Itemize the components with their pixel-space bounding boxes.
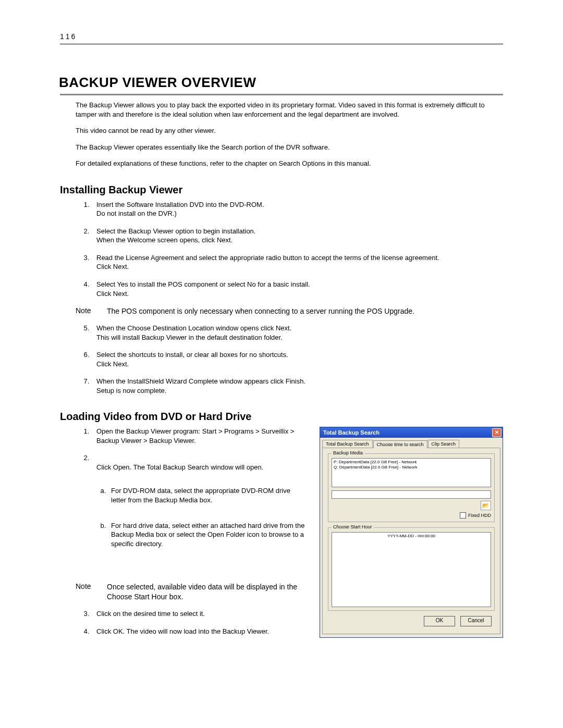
list-item: For DVD-ROM data, select the appropriate… [108, 486, 307, 504]
dialog-tabpane: Backup Media P: DepartmentData [22.0 GB … [322, 448, 500, 634]
header-rule [60, 44, 503, 44]
list-item: Select the shortcuts to install, or clea… [91, 350, 503, 368]
group-start-hour: Choose Start Hour YYYY-MM-DD - HH:00:00 [328, 527, 495, 611]
fixed-hdd-label: Fixed HDD [468, 513, 491, 518]
page-title: BACKUP VIEWER OVERVIEW [59, 75, 503, 91]
install-steps-list: Insert the Software Installation DVD int… [60, 200, 503, 298]
overview-paragraph: This video cannot be read by any other v… [76, 126, 503, 135]
list-item: Open the Backup Viewer program: Start > … [91, 427, 307, 445]
group-backup-media: Backup Media P: DepartmentData [22.0 GB … [328, 453, 495, 522]
list-item: Select the Backup Viewer option to begin… [91, 227, 503, 245]
tab-clip-search[interactable]: Clip Search [428, 440, 460, 448]
dialog-titlebar[interactable]: Total Backup Search ✕ [320, 427, 503, 438]
group-label: Choose Start Hour [332, 524, 374, 529]
loading-steps-list: Open the Backup Viewer program: Start > … [60, 427, 307, 574]
overview-paragraph: The Backup Viewer allows you to play bac… [76, 101, 503, 119]
dialog-tabs: Total Backup Search Choose time to searc… [320, 438, 503, 448]
overview-paragraph: For detailed explanations of these funct… [76, 159, 503, 168]
group-label: Backup Media [332, 450, 364, 455]
list-item: Select Yes to install the POS component … [91, 280, 503, 298]
dialog-title: Total Backup Search [323, 429, 492, 436]
note-label: Note [76, 306, 107, 316]
list-item: Read the License Agreement and select th… [91, 253, 503, 272]
install-steps-list-2: When the Choose Destination Location win… [60, 324, 503, 395]
overview-paragraph: The Backup Viewer operates essentially l… [76, 143, 503, 152]
title-rule [60, 94, 503, 95]
list-item: When the InstallShield Wizard Complete w… [91, 377, 503, 395]
list-item: For hard drive data, select either an at… [108, 521, 307, 549]
start-hour-listbox[interactable]: YYYY-MM-DD - HH:00:00 [332, 532, 491, 607]
tab-total-backup-search[interactable]: Total Backup Search [322, 440, 373, 448]
section-heading-loading: Loading Video from DVD or Hard Drive [60, 411, 503, 423]
list-item: Click OK. The video will now load into t… [91, 627, 307, 636]
drive-listbox[interactable]: P: DepartmentData [22.0 GB Free] - Netwo… [332, 458, 491, 487]
ok-button[interactable]: OK [424, 616, 455, 626]
page-number: 116 [60, 32, 503, 41]
cancel-button[interactable]: Cancel [460, 616, 492, 626]
sub-list: For DVD-ROM data, select the appropriate… [96, 477, 307, 564]
drive-option[interactable]: Q: DepartmentData [22.0 GB Free] - Netwo… [334, 465, 489, 470]
path-input[interactable] [332, 490, 491, 499]
open-folder-icon[interactable]: 📂 [481, 501, 491, 510]
section-heading-install: Installing Backup Viewer [60, 184, 503, 196]
close-icon[interactable]: ✕ [492, 428, 501, 437]
list-item: Click Open. The Total Backup Search wind… [91, 453, 307, 574]
list-item: Insert the Software Installation DVD int… [91, 200, 503, 218]
note-label: Note [76, 582, 107, 602]
fixed-hdd-checkbox[interactable] [460, 512, 466, 519]
list-item-text: Click Open. The Total Backup Search wind… [96, 463, 263, 471]
backup-search-dialog: Total Backup Search ✕ Total Backup Searc… [320, 427, 503, 638]
loading-steps-list-2: Click on the desired time to select it. … [60, 609, 307, 636]
list-item: When the Choose Destination Location win… [91, 324, 503, 342]
drive-option[interactable]: P: DepartmentData [22.0 GB Free] - Netwo… [334, 460, 489, 465]
tab-choose-time[interactable]: Choose time to search [373, 440, 427, 448]
list-item: Click on the desired time to select it. [91, 609, 307, 619]
note-text: Once selected, available video data will… [107, 582, 307, 602]
note-text: The POS component is only necessary when… [107, 306, 503, 316]
